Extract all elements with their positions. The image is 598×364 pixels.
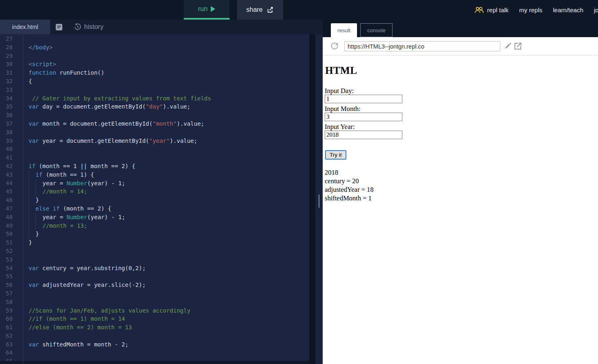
code-editor[interactable]: 2728</body>2930<script>31function runFun… xyxy=(0,34,309,364)
line-content: var day = document.getElementById("day")… xyxy=(23,102,190,111)
line-number: 37 xyxy=(0,120,23,128)
url-input[interactable] xyxy=(344,41,500,51)
tab-console[interactable]: console xyxy=(360,23,393,37)
line-number: 52 xyxy=(0,247,23,255)
line-number: 48 xyxy=(0,213,23,222)
resize-handle-icon xyxy=(319,195,319,208)
indent-guide xyxy=(36,179,42,188)
line-number: 58 xyxy=(0,298,23,306)
tab-result[interactable]: result xyxy=(331,23,357,37)
code-line: 35var day = document.getElementById("day… xyxy=(0,102,309,111)
vertical-scrollbar[interactable] xyxy=(309,34,315,364)
line-number: 34 xyxy=(0,94,23,103)
line-number: 57 xyxy=(0,289,23,298)
output-line: 2018 xyxy=(325,168,598,177)
code-line: 38 xyxy=(0,128,309,137)
pane-resizer[interactable] xyxy=(315,34,323,364)
line-number: 56 xyxy=(0,281,23,289)
indent-guide xyxy=(29,179,36,188)
nav-item-repl-talk[interactable]: repl talk xyxy=(474,7,509,13)
nav-item-learn-teach[interactable]: learn/teach xyxy=(553,7,583,13)
line-number: 59 xyxy=(0,306,23,315)
code-line: 50} xyxy=(0,230,309,238)
code-line: 51} xyxy=(0,238,309,247)
code-line: 44year = Number(year) - 1; xyxy=(0,179,309,188)
form-fields: Input Day:Input Month:Input Year: xyxy=(325,87,598,139)
code-line: 33 xyxy=(0,86,309,94)
line-number: 36 xyxy=(0,111,23,120)
share-icon xyxy=(266,6,274,13)
line-number: 45 xyxy=(0,187,23,196)
nav-item-jo[interactable]: jo xyxy=(594,7,598,13)
nav-item-my-repls[interactable]: my repls xyxy=(519,7,542,13)
nav-item-label: jo xyxy=(594,7,598,13)
line-number: 61 xyxy=(0,323,23,332)
gutter-border xyxy=(23,34,23,364)
page-title: HTML xyxy=(325,65,598,76)
share-button-label: share xyxy=(246,6,263,13)
history-button[interactable]: history xyxy=(74,23,103,31)
indent-guide xyxy=(36,187,42,196)
line-content xyxy=(23,272,29,281)
year-input[interactable] xyxy=(325,131,402,139)
output-line: shiftedMonth = 1 xyxy=(325,194,598,202)
try-it-button[interactable]: Try it xyxy=(325,150,346,160)
line-content xyxy=(23,86,29,94)
refresh-button[interactable] xyxy=(330,42,339,52)
indent-guide xyxy=(29,213,36,222)
line-content: function runFunction() xyxy=(23,69,104,77)
code-line: 41 xyxy=(0,153,309,162)
indent-guide xyxy=(29,196,36,204)
month-input-label: Input Month: xyxy=(325,105,598,112)
day-input[interactable] xyxy=(325,95,402,103)
code-line: 40 xyxy=(0,145,309,153)
share-button[interactable]: share xyxy=(237,0,283,20)
line-content: } xyxy=(23,238,32,247)
year-input-label: Input Year: xyxy=(325,123,598,130)
open-external-icon[interactable] xyxy=(514,42,522,52)
file-list-button[interactable] xyxy=(56,24,62,31)
code-line: 31function runFunction() xyxy=(0,69,309,77)
rendered-page: HTML Input Day:Input Month:Input Year: T… xyxy=(323,56,598,364)
line-content: // Gater input by extracting values from… xyxy=(23,94,211,103)
code-line: 46} xyxy=(0,196,309,204)
replit-window: run share repl talkmy replslearn/teachjo… xyxy=(0,0,598,364)
line-number: 31 xyxy=(0,69,23,77)
month-input[interactable] xyxy=(325,113,402,121)
line-content: //else (month == 2) month = 13 xyxy=(23,323,132,332)
code-line: 61//else (month == 2) month = 13 xyxy=(0,323,309,332)
line-number: 39 xyxy=(0,137,23,145)
edit-url-icon[interactable] xyxy=(504,43,511,51)
line-content: if (month == 1) { xyxy=(23,171,94,179)
line-content: //if (month == 1) month = 14 xyxy=(23,315,125,323)
day-input-label: Input Day: xyxy=(325,87,598,94)
line-content: </body> xyxy=(23,43,53,52)
indent-guide xyxy=(29,171,36,179)
tab-index-html[interactable]: index.html xyxy=(0,20,50,34)
line-number: 38 xyxy=(0,128,23,137)
code-line: 49//month = 13; xyxy=(0,222,309,230)
line-content: else if (month == 2) { xyxy=(23,204,111,213)
line-content: year = Number(year) - 1; xyxy=(23,213,125,222)
code-line: 32{ xyxy=(0,77,309,86)
code-line: 29 xyxy=(0,52,309,60)
top-bar: run share repl talkmy replslearn/teachjo xyxy=(0,0,598,20)
code-line: 52 xyxy=(0,247,309,255)
play-icon xyxy=(211,6,215,12)
code-line: 54var century = year.substring(0,2); xyxy=(0,264,309,273)
line-content: { xyxy=(23,77,32,86)
line-content xyxy=(23,332,29,340)
url-bar xyxy=(323,37,598,55)
line-content xyxy=(23,153,29,162)
editor-tabbar: index.html xyxy=(0,20,323,34)
line-content: } xyxy=(23,230,39,238)
editor-pane: index.html xyxy=(0,20,323,364)
run-button[interactable]: run xyxy=(184,0,230,20)
line-content xyxy=(23,111,29,120)
line-number: 40 xyxy=(0,145,23,153)
form-field: Input Year: xyxy=(325,123,598,139)
file-tab-label: index.html xyxy=(12,24,38,30)
line-number: 29 xyxy=(0,52,23,60)
line-content: var century = year.substring(0,2); xyxy=(23,264,146,273)
horizontal-scrollbar[interactable] xyxy=(0,361,309,364)
